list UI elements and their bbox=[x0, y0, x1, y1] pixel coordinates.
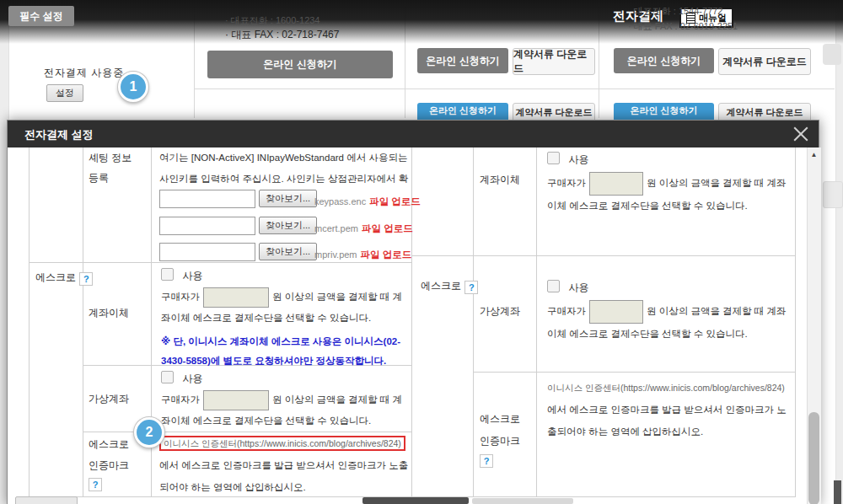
virtual-account-cell: 사용 구매자가원 이상의 금액을 결제할 때 계좌이체 에스크로 결제수단을 선… bbox=[161, 368, 411, 432]
apply-online-button-blue-col4[interactable]: 온라인 신청하기 bbox=[614, 103, 714, 121]
contract-download-button-col3[interactable]: 계약서류 다운로드 bbox=[513, 48, 595, 75]
escrow-mark-label-line2: 인증마크 bbox=[89, 458, 129, 473]
modal-hscrollbar-thumb[interactable] bbox=[362, 497, 469, 504]
virtual-condition-text-right: 구매자가원 이상의 금액을 결제할 때 계좌이체 에스크로 결제수단을 선택할 … bbox=[547, 300, 790, 345]
step-1-badge: 1 bbox=[118, 72, 148, 102]
apply-online-button-col4[interactable]: 온라인 신청하기 bbox=[614, 48, 714, 73]
mpriv-upload-label: mpriv.pem파일 업로드 bbox=[314, 246, 411, 261]
bank-use-checkbox-right[interactable] bbox=[547, 152, 560, 164]
use-label: 사용 bbox=[182, 373, 202, 384]
escrow-mark-label-line1: 에스크로 bbox=[89, 437, 129, 452]
use-label: 사용 bbox=[568, 153, 588, 165]
escrow-help-icon-right[interactable]: ? bbox=[464, 281, 478, 294]
escrow-mark-help-icon-right[interactable]: ? bbox=[480, 454, 493, 468]
apply-online-button-center[interactable]: 온라인 신청하기 bbox=[207, 51, 393, 78]
cell-border bbox=[536, 147, 537, 496]
bank-use-checkbox[interactable] bbox=[161, 268, 174, 281]
file-name: mpriv.pem bbox=[314, 249, 357, 260]
file-action: 파일 업로드 bbox=[369, 196, 421, 206]
escrow-mark-cell: 이니시스 인증센터(https://www.inicis.com/blog/ar… bbox=[159, 432, 411, 498]
escrow-row-label-right: 에스크로 ? bbox=[421, 277, 478, 294]
bank-transfer-label: 계좌이체 bbox=[89, 306, 129, 320]
modal-header bbox=[8, 121, 819, 147]
use-label: 사용 bbox=[182, 270, 202, 281]
payment-settings-modal: 전자결제 설정 셰팅 정보 등록 여기는 [NON-ActiveX] INIpa… bbox=[7, 120, 819, 504]
virtual-amount-input-right[interactable] bbox=[589, 300, 643, 324]
file-action: 파일 업로드 bbox=[361, 249, 412, 260]
escrow-mark-label-line1-right: 에스크로 bbox=[480, 412, 520, 426]
modal-scrollbar-thumb[interactable] bbox=[808, 412, 819, 504]
escrow-mark-label-line2-right: 인증마크 bbox=[480, 434, 520, 448]
contract-download-button-row2-col3[interactable]: 계약서류 다운로드 bbox=[513, 103, 595, 121]
virtual-account-label: 가상계좌 bbox=[89, 392, 129, 406]
step-2-badge: 2 bbox=[134, 417, 164, 448]
escrow-help-icon[interactable]: ? bbox=[79, 272, 93, 286]
mcert-browse-button[interactable]: 찾아보기... bbox=[259, 217, 317, 234]
virtual-amount-input[interactable] bbox=[203, 390, 269, 410]
virtual-account-cell-right: 사용 구매자가원 이상의 금액을 결제할 때 계좌이체 에스크로 결제수단을 선… bbox=[547, 277, 790, 345]
bank-amount-input[interactable] bbox=[203, 287, 269, 308]
center-phone-dim-text: · 대표전화 : 1600-1234 bbox=[225, 14, 320, 27]
pg-settings-button[interactable]: 설정 bbox=[46, 84, 83, 102]
keypass-file-input[interactable] bbox=[159, 190, 255, 208]
modal-title: 전자결제 설정 bbox=[24, 127, 94, 142]
inicis-cert-center-link: 이니시스 인증센터(https://www.inicis.com/blog/ar… bbox=[159, 436, 405, 451]
mpriv-browse-button[interactable]: 찾아보기... bbox=[259, 243, 317, 260]
pg-status-label: 전자결제 사용중 bbox=[44, 66, 124, 80]
cell-border bbox=[473, 147, 474, 496]
mpriv-file-input[interactable] bbox=[159, 243, 255, 261]
keypass-browse-button[interactable]: 찾아보기... bbox=[259, 190, 317, 207]
required-settings-button[interactable]: 필수 설정 bbox=[8, 6, 74, 26]
file-name: mcert.pem bbox=[314, 223, 358, 233]
cell-border bbox=[411, 255, 796, 256]
escrow-mark-help-icon[interactable]: ? bbox=[89, 478, 102, 491]
page: { "topbar": { "required_settings": "필수 설… bbox=[0, 0, 843, 504]
right-fax-dim-text: · 대표 FAX : 02-6919-2251 bbox=[628, 20, 738, 33]
keypass-upload-label: keypass.enc파일 업로드 bbox=[314, 193, 421, 208]
virtual-use-checkbox[interactable] bbox=[161, 371, 174, 383]
page-scrollbar-thumb[interactable] bbox=[834, 480, 841, 504]
close-icon[interactable] bbox=[790, 123, 812, 145]
mcert-file-input[interactable] bbox=[159, 217, 255, 235]
escrow-row-label: 에스크로 ? bbox=[35, 269, 93, 286]
right-phone-dim-text: · 대표전화 : 1544-7772 bbox=[628, 5, 723, 18]
inicis-cert-center-link-right: 이니시스 인증센터(https://www.inicis.com/blog/ar… bbox=[547, 377, 785, 399]
cell-border bbox=[29, 262, 412, 263]
cell-border bbox=[29, 147, 30, 496]
escrow-mark-text: 에서 에스크로 인증마크를 발급 받으셔서 인증마크가 노출되어야 하는 영역에… bbox=[159, 460, 408, 492]
modal-hscrollbar-track[interactable] bbox=[472, 498, 573, 504]
file-action: 파일 업로드 bbox=[362, 223, 413, 233]
bank-escrow-notice: ※ 단, 이니시스 계좌이체 에스크로 사용은 이니시스(02-3430-585… bbox=[161, 332, 411, 371]
contract-download-button-col4[interactable]: 계약서류 다운로드 bbox=[718, 48, 811, 75]
bank-transfer-cell-right: 사용 구매자가원 이상의 금액을 결제할 때 계좌이체 에스크로 결제수단을 선… bbox=[547, 149, 790, 217]
virtual-condition-text: 구매자가원 이상의 금액을 결제할 때 계좌이체 에스크로 결제수단을 선택할 … bbox=[161, 389, 411, 432]
cut-button-fragment[interactable] bbox=[823, 181, 843, 208]
file-name: keypass.enc bbox=[314, 196, 366, 206]
cell-border bbox=[473, 372, 796, 373]
bank-condition-text: 구매자가원 이상의 금액을 결제할 때 계좌이체 에스크로 결제수단을 선택할 … bbox=[161, 287, 411, 329]
scroll-up-arrow[interactable]: ▲ bbox=[808, 149, 820, 161]
cut-button-fragment[interactable] bbox=[823, 44, 841, 65]
virtual-use-checkbox-right[interactable] bbox=[547, 280, 560, 292]
setting-row-label-line2: 등록 bbox=[89, 171, 109, 185]
escrow-mark-text-right: 에서 에스크로 인증마크를 발급 받으셔서 인증마크가 노출되어야 하는 영역에… bbox=[547, 405, 787, 437]
setting-row-label-line1: 셰팅 정보 bbox=[89, 151, 132, 165]
contract-download-button-row2-col4[interactable]: 계약서류 다운로드 bbox=[718, 103, 811, 121]
cut-bottom-button[interactable] bbox=[15, 496, 78, 504]
bank-condition-text-right: 구매자가원 이상의 금액을 결제할 때 계좌이체 에스크로 결제수단을 선택할 … bbox=[547, 172, 790, 217]
apply-online-button-blue-col3[interactable]: 온라인 신청하기 bbox=[417, 103, 508, 121]
bank-transfer-cell: 사용 구매자가원 이상의 금액을 결제할 때 계좌이체 에스크로 결제수단을 선… bbox=[161, 265, 411, 371]
escrow-mark-cell-right: 이니시스 인증센터(https://www.inicis.com/blog/ar… bbox=[547, 377, 790, 442]
row-divider bbox=[194, 88, 835, 89]
bank-transfer-label-right: 계좌이체 bbox=[480, 173, 520, 187]
cell-border bbox=[83, 147, 83, 496]
cell-border bbox=[795, 147, 796, 496]
use-label: 사용 bbox=[568, 281, 588, 293]
virtual-account-label-right: 가상계좌 bbox=[480, 304, 520, 319]
apply-online-button-col3[interactable]: 온라인 신청하기 bbox=[417, 48, 508, 73]
mcert-upload-label: mcert.pem파일 업로드 bbox=[314, 220, 413, 235]
bank-amount-input-right[interactable] bbox=[589, 172, 643, 196]
